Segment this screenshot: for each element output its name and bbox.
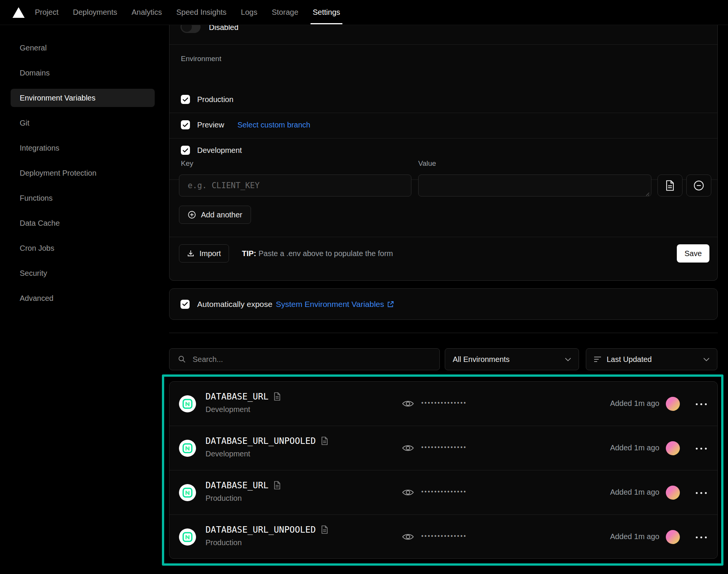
key-value-section: Key Value [169, 155, 717, 237]
env-variable-form-card: Disabled Environment Production Preview … [169, 25, 718, 281]
env-var-row: DATABASE_URL Development •••••••••••••• … [169, 382, 717, 426]
checkmark-icon [183, 123, 188, 127]
checkmark-icon [183, 148, 188, 153]
nav-tab-project[interactable]: Project [35, 0, 58, 25]
nav-tab-storage[interactable]: Storage [272, 0, 298, 25]
env-var-name: DATABASE_URL_UNPOOLED [206, 525, 316, 535]
section-divider [169, 333, 718, 333]
eye-icon [402, 443, 414, 453]
sidebar-item-data-cache[interactable]: Data Cache [11, 214, 155, 232]
preview-row: Preview Select custom branch [181, 120, 706, 130]
development-checkbox[interactable] [181, 146, 190, 155]
nav-tab-logs[interactable]: Logs [241, 0, 257, 25]
neon-logo-icon [182, 488, 193, 498]
masked-value: •••••••••••••• [421, 444, 467, 451]
expose-checkbox[interactable] [180, 300, 190, 309]
file-icon [665, 180, 675, 191]
paste-env-file-button[interactable] [657, 175, 682, 197]
environment-filter-dropdown[interactable]: All Environments [445, 348, 579, 370]
env-variable-list: DATABASE_URL Development •••••••••••••• … [169, 381, 718, 559]
sidebar-item-security[interactable]: Security [11, 264, 155, 282]
sort-dropdown[interactable]: Last Updated [586, 348, 717, 370]
reveal-value-button[interactable] [402, 399, 414, 409]
import-button[interactable]: Import [179, 244, 229, 263]
env-var-name: DATABASE_URL [206, 480, 268, 490]
neon-integration-icon [179, 440, 196, 457]
env-var-name: DATABASE_URL_UNPOOLED [206, 436, 316, 446]
row-actions-menu-button[interactable] [696, 402, 707, 407]
add-another-button[interactable]: Add another [179, 206, 251, 224]
neon-logo-icon [182, 532, 193, 542]
env-var-row: DATABASE_URL Production •••••••••••••• A… [169, 470, 717, 515]
avatar [666, 441, 680, 455]
import-label: Import [199, 249, 221, 258]
reveal-value-button[interactable] [402, 488, 414, 497]
vercel-logo-icon[interactable] [13, 7, 25, 18]
sidebar-item-general[interactable]: General [11, 39, 155, 57]
nav-tab-settings[interactable]: Settings [313, 0, 340, 25]
sort-icon [594, 356, 601, 362]
remove-row-button[interactable] [686, 175, 711, 197]
top-navigation: Project Deployments Analytics Speed Insi… [0, 0, 728, 25]
masked-value: •••••••••••••• [421, 488, 467, 495]
added-timestamp: Added 1m ago [610, 399, 659, 408]
system-env-variables-link[interactable]: System Environment Variables [276, 300, 394, 309]
reveal-value-button[interactable] [402, 532, 414, 542]
row-actions-menu-button[interactable] [696, 535, 707, 540]
checkmark-icon [183, 98, 188, 102]
masked-value: •••••••••••••• [421, 399, 467, 406]
production-row: Production [181, 94, 706, 104]
copy-note-icon[interactable] [274, 481, 281, 489]
key-field-label: Key [181, 159, 193, 168]
copy-note-icon[interactable] [321, 437, 328, 445]
save-button[interactable]: Save [677, 244, 709, 263]
preview-checkbox[interactable] [181, 120, 190, 129]
copy-note-icon[interactable] [321, 525, 328, 534]
nav-tab-deployments[interactable]: Deployments [73, 0, 117, 25]
neon-logo-icon [182, 443, 193, 453]
vercel-env-variables-page: { "nav": { "items": [ {"label": "Project… [0, 0, 728, 574]
nav-tab-analytics[interactable]: Analytics [132, 0, 162, 25]
minus-circle-icon [693, 180, 704, 191]
development-row: Development [181, 145, 706, 155]
avatar [666, 530, 680, 544]
neon-integration-icon [179, 528, 196, 546]
chevron-down-icon [703, 358, 709, 361]
neon-integration-icon [179, 395, 196, 412]
added-timestamp: Added 1m ago [610, 488, 659, 497]
added-timestamp: Added 1m ago [610, 532, 659, 541]
sidebar-item-environment-variables[interactable]: Environment Variables [11, 89, 155, 107]
sidebar-item-cron-jobs[interactable]: Cron Jobs [11, 239, 155, 257]
row-actions-menu-button[interactable] [696, 491, 707, 495]
search-input[interactable] [193, 355, 439, 364]
value-input[interactable] [418, 175, 651, 197]
value-field-label: Value [418, 159, 436, 168]
sidebar-item-deployment-protection[interactable]: Deployment Protection [11, 164, 155, 182]
select-custom-branch-link[interactable]: Select custom branch [237, 121, 310, 129]
copy-note-icon[interactable] [274, 392, 281, 401]
sidebar-item-git[interactable]: Git [11, 114, 155, 132]
env-var-environment: Production [206, 494, 242, 503]
reveal-value-button[interactable] [402, 443, 414, 453]
add-another-label: Add another [201, 211, 242, 219]
var-name-wrap: DATABASE_URL [206, 392, 281, 401]
sidebar-item-advanced[interactable]: Advanced [11, 289, 155, 307]
production-checkbox[interactable] [181, 95, 190, 104]
sidebar-item-functions[interactable]: Functions [11, 189, 155, 207]
sidebar-item-integrations[interactable]: Integrations [11, 139, 155, 157]
sidebar-item-domains[interactable]: Domains [11, 64, 155, 82]
sensitive-toggle-row: Disabled [169, 25, 717, 45]
download-icon [187, 250, 195, 257]
sort-value: Last Updated [607, 355, 698, 364]
nav-tab-speed-insights[interactable]: Speed Insights [176, 0, 226, 25]
eye-icon [402, 532, 414, 542]
var-name-wrap: DATABASE_URL_UNPOOLED [206, 525, 328, 535]
row-actions-menu-button[interactable] [696, 446, 707, 451]
form-footer: Import TIP:Paste a .env above to populat… [169, 237, 717, 280]
masked-value: •••••••••••••• [421, 533, 467, 539]
key-input[interactable] [179, 175, 411, 197]
divider [169, 138, 717, 138]
neon-integration-icon [179, 484, 196, 501]
environment-section-label: Environment [181, 55, 221, 63]
chevron-down-icon [565, 358, 571, 361]
